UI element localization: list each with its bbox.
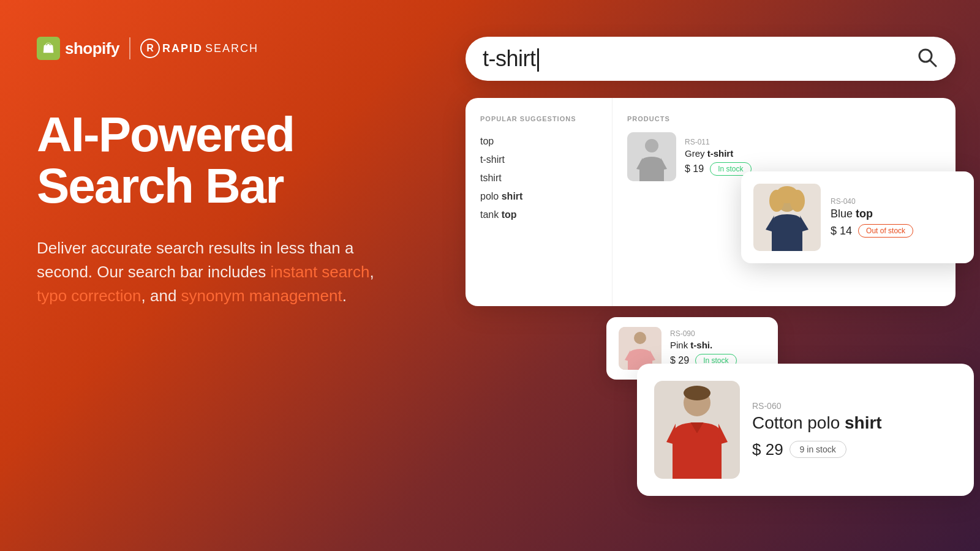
search-query-text: t-shirt — [483, 46, 536, 71]
product-sku-pink: RS-090 — [670, 329, 737, 338]
highlight-typo: typo correction — [37, 287, 141, 305]
subtext-mid1: , — [369, 263, 374, 281]
rapid-search-text: SEARCH — [205, 42, 258, 55]
product-price-grey: $ 19 — [685, 163, 704, 174]
right-panel: t-shirt POPULAR SUGGESTIONS top t-shirt … — [453, 0, 980, 551]
headline: AI-Powered Search Bar — [37, 109, 453, 212]
highlight-instant-search: instant search — [271, 263, 370, 281]
product-name-blue: Blue top — [831, 208, 913, 220]
suggestions-column: POPULAR SUGGESTIONS top t-shirt tshirt p… — [466, 98, 612, 306]
suggestion-polo[interactable]: polo shirt — [480, 187, 597, 206]
product-sku-grey: RS-011 — [685, 138, 752, 146]
svg-line-1 — [930, 60, 936, 66]
text-cursor — [537, 48, 539, 72]
product-price-row-blue: $ 14 Out of stock — [831, 224, 913, 238]
product-name-polo: Cotton polo shirt — [752, 413, 957, 433]
headline-line2: Search Bar — [37, 160, 453, 212]
search-icon[interactable] — [916, 47, 938, 71]
product-card-polo-shirt[interactable]: RS-060 Cotton polo shirt $ 29 9 in stock — [637, 364, 974, 496]
subtext-end: . — [342, 287, 347, 305]
product-price-row-polo: $ 29 9 in stock — [752, 440, 957, 459]
stock-badge-count: 9 in stock — [790, 441, 846, 458]
highlight-synonym: synonym management — [181, 287, 342, 305]
product-info-polo: RS-060 Cotton polo shirt $ 29 9 in stock — [752, 401, 957, 459]
product-sku-blue: RS-040 — [831, 197, 913, 206]
product-thumb-grey — [627, 132, 676, 181]
dropdown-panel: POPULAR SUGGESTIONS top t-shirt tshirt p… — [466, 98, 956, 306]
product-name-pink: Pink t-shi. — [670, 340, 737, 350]
suggestion-top[interactable]: top — [480, 132, 597, 151]
rapid-r-icon: R — [140, 39, 160, 58]
rapid-logo: R RAPID SEARCH — [140, 39, 258, 58]
suggestions-header: POPULAR SUGGESTIONS — [480, 115, 597, 122]
subtext: Deliver accurate search results in less … — [37, 236, 404, 308]
product-info-grey: RS-011 Grey t-shirt $ 19 In stock — [685, 138, 752, 176]
shopify-logo: shopify — [37, 37, 119, 60]
product-info-blue: RS-040 Blue top $ 14 Out of stock — [831, 197, 913, 238]
product-price-row-grey: $ 19 In stock — [685, 162, 752, 176]
left-panel: shopify R RAPID SEARCH AI-Powered Search… — [37, 0, 453, 551]
suggestion-tshirt2[interactable]: tshirt — [480, 169, 597, 187]
rapid-text: RAPID — [162, 42, 203, 55]
svg-point-3 — [645, 139, 658, 152]
shopify-bag-icon — [37, 37, 60, 60]
shopify-text: shopify — [65, 39, 119, 58]
suggestion-tank[interactable]: tank top — [480, 206, 597, 224]
stock-badge-out: Out of stock — [858, 224, 913, 238]
logo-divider — [129, 37, 130, 59]
svg-point-8 — [776, 186, 798, 203]
logo-bar: shopify R RAPID SEARCH — [37, 37, 453, 60]
headline-line1: AI-Powered — [37, 109, 453, 160]
suggestion-tshirt[interactable]: t-shirt — [480, 151, 597, 169]
product-name-grey: Grey t-shirt — [685, 148, 752, 159]
product-price-blue: $ 14 — [831, 225, 852, 238]
svg-point-13 — [684, 386, 710, 400]
search-bar[interactable]: t-shirt — [466, 37, 956, 81]
product-thumb-polo — [654, 381, 740, 479]
product-info-pink: RS-090 Pink t-shi. $ 29 In stock — [670, 329, 737, 367]
subtext-mid2: , and — [141, 287, 181, 305]
products-header: PRODUCTS — [627, 115, 941, 122]
product-sku-polo: RS-060 — [752, 401, 957, 411]
products-column: PRODUCTS RS-011 Grey t-shirt — [612, 98, 956, 306]
svg-point-10 — [634, 332, 646, 344]
product-card-blue-top[interactable]: RS-040 Blue top $ 14 Out of stock — [741, 171, 974, 263]
product-thumb-blue — [753, 184, 821, 251]
search-input[interactable]: t-shirt — [483, 46, 916, 72]
product-price-polo: $ 29 — [752, 440, 783, 459]
